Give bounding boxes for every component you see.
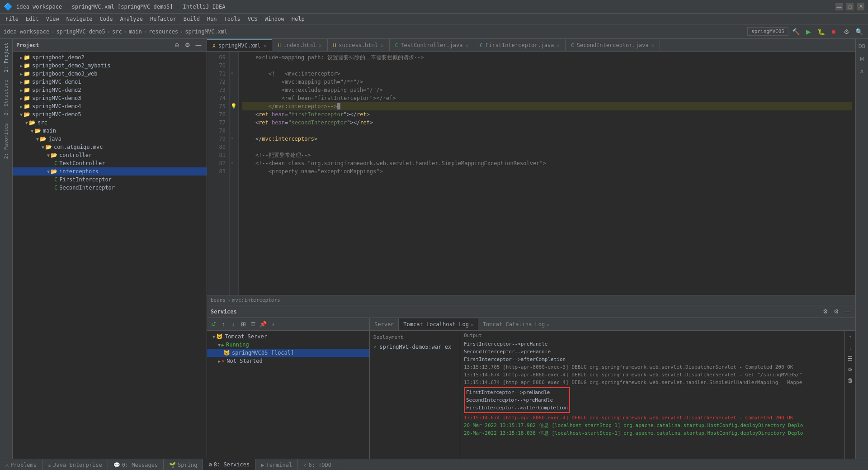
breadcrumb-item[interactable]: resources	[149, 28, 178, 35]
menu-help[interactable]: Help	[288, 15, 308, 23]
tab-close-localhost-log[interactable]: ✕	[471, 322, 473, 327]
tab-springmvc-xml[interactable]: X springMVC.xml ✕	[207, 39, 272, 51]
bottom-tab-services[interactable]: ⚙ 8: Services	[203, 459, 255, 470]
services-tomcat-server[interactable]: ▼ 🐱 Tomcat Server	[207, 332, 369, 341]
services-down-button[interactable]: ↓	[229, 320, 238, 329]
services-group-button[interactable]: ⊞	[239, 320, 248, 329]
output-clear-button[interactable]: 🗑	[846, 376, 855, 385]
maximize-button[interactable]: □	[846, 3, 854, 10]
tree-item-springboot2[interactable]: ▶ 📁 springboot_demo2	[13, 53, 207, 62]
tree-item-package[interactable]: ▼ 📂 com.atguigu.mvc	[13, 143, 207, 151]
panel-gear-button[interactable]: ⚙	[183, 41, 192, 50]
run-button[interactable]: ▶	[803, 26, 814, 37]
tree-item-springmvc4[interactable]: ▶ 📁 springMVC-demo4	[13, 102, 207, 110]
tab-index-html[interactable]: H index.html ✕	[272, 39, 328, 51]
right-maven-button[interactable]: M	[857, 53, 868, 64]
tab-firstinterceptor-java[interactable]: C FirstInterceptor.java ✕	[474, 39, 566, 51]
tree-item-java[interactable]: ▼ 📂 java	[13, 135, 207, 143]
sidebar-tab-project[interactable]: 1: Project	[1, 39, 11, 76]
tree-item-springmvc2[interactable]: ▶ 📁 springMVC-demo2	[13, 86, 207, 94]
menu-vcs[interactable]: VCS	[244, 15, 261, 23]
tab-close-catalina-log[interactable]: ✕	[547, 322, 549, 327]
bottom-tab-problems[interactable]: △ Problems	[0, 459, 42, 470]
panel-locate-button[interactable]: ⊕	[172, 41, 181, 50]
services-add-button[interactable]: +	[269, 320, 278, 329]
tab-server[interactable]: Server	[370, 318, 399, 330]
bottom-tab-messages[interactable]: 💬 0: Messages	[108, 459, 164, 470]
output-scroll-up-button[interactable]: ↑	[846, 332, 855, 342]
tab-tomcat-catalina-log[interactable]: Tomcat Catalina Log ✕	[478, 318, 554, 330]
tab-secondinterceptor-java[interactable]: C SecondInterceptor.java ✕	[566, 39, 660, 51]
menu-tools[interactable]: Tools	[221, 15, 244, 23]
close-button[interactable]: ✕	[857, 3, 864, 10]
sidebar-tab-favorites[interactable]: 2: Favorites	[1, 119, 11, 162]
menu-file[interactable]: File	[2, 15, 22, 23]
tree-item-src[interactable]: ▼ 📂 src	[13, 119, 207, 127]
tree-item-springmvc1[interactable]: ▶ 📁 springMVC-demo1	[13, 78, 207, 86]
sidebar-tab-structure[interactable]: 2: Structure	[1, 76, 11, 119]
tree-item-firstinterceptor[interactable]: C FirstInterceptor	[13, 176, 207, 184]
breadcrumb-item[interactable]: idea-workspace	[4, 28, 49, 35]
tree-item-springboot3-web[interactable]: ▶ 📁 springboot_demo3_web	[13, 70, 207, 78]
services-hide-button[interactable]: —	[843, 307, 852, 316]
services-running[interactable]: ▼ ▶ Running	[207, 341, 369, 349]
panel-hide-button[interactable]: —	[194, 41, 203, 50]
tree-item-controller-folder[interactable]: ▼ 📂 controller	[13, 151, 207, 159]
output-wrap-button[interactable]: ☰	[846, 354, 855, 363]
right-ant-button[interactable]: A	[857, 66, 868, 77]
tree-item-main[interactable]: ▼ 📂 main	[13, 127, 207, 135]
tab-close-springmvc[interactable]: ✕	[264, 43, 267, 49]
search-button[interactable]: 🔍	[854, 26, 864, 37]
menu-view[interactable]: View	[42, 15, 63, 23]
services-settings-button[interactable]: ⚙	[821, 307, 830, 316]
services-filter-button[interactable]: ☰	[249, 320, 258, 329]
tab-close-success[interactable]: ✕	[381, 43, 384, 48]
code-editor[interactable]: 69 70 71 72 73 74 75 76 77 78 79 80 81 8…	[207, 52, 855, 295]
menu-window[interactable]: Window	[261, 15, 288, 23]
code-content[interactable]: exclude-mapping path: 设置需要排除的，不需要拦截的请求--…	[239, 52, 855, 295]
output-filter-button[interactable]: ⚙	[846, 365, 855, 374]
tab-close-secondinterceptor[interactable]: ✕	[651, 43, 655, 48]
services-gear-button[interactable]: ⚙	[832, 307, 841, 316]
tree-item-springmvc5[interactable]: ▼ 📂 springMVC-demo5	[13, 110, 207, 119]
bottom-tab-terminal[interactable]: ▶ Terminal	[255, 459, 298, 470]
menu-run[interactable]: Run	[203, 15, 221, 23]
bottom-tab-spring[interactable]: 🌱 Spring	[164, 459, 203, 470]
breadcrumb-item-current[interactable]: springMVC.xml	[185, 28, 227, 35]
breadcrumb-mvc-interceptors[interactable]: mvc:interceptors	[232, 297, 280, 303]
menu-build[interactable]: Build	[180, 15, 203, 23]
build-button[interactable]: 🔨	[790, 26, 801, 37]
tree-item-interceptors[interactable]: ▼ 📂 interceptors	[13, 167, 207, 176]
bottom-tab-java-enterprise[interactable]: ☕ Java Enterprise	[42, 459, 108, 470]
tab-close-testcontroller[interactable]: ✕	[466, 43, 469, 48]
services-up-button[interactable]: ↑	[219, 320, 228, 329]
menu-refactor[interactable]: Refactor	[146, 15, 180, 23]
debug-button[interactable]: 🐛	[816, 26, 826, 37]
run-config-selector[interactable]: springMVC05	[747, 27, 788, 36]
tab-close-index[interactable]: ✕	[319, 43, 322, 48]
menu-navigate[interactable]: Navigate	[63, 15, 96, 23]
services-pin-button[interactable]: 📌	[259, 320, 268, 329]
menu-code[interactable]: Code	[96, 15, 117, 23]
menu-analyze[interactable]: Analyze	[116, 15, 146, 23]
menu-edit[interactable]: Edit	[22, 15, 42, 23]
tab-tomcat-localhost-log[interactable]: Tomcat Localhost Log ✕	[399, 318, 478, 330]
breadcrumb-item[interactable]: main	[129, 28, 142, 35]
tab-testcontroller-java[interactable]: C TestController.java ✕	[390, 39, 475, 51]
output-scroll-down-button[interactable]: ↓	[846, 343, 855, 352]
tab-close-firstinterceptor[interactable]: ✕	[557, 43, 560, 48]
tree-item-springmvc3[interactable]: ▶ 📁 springMVC-demo3	[13, 94, 207, 102]
breadcrumb-beans[interactable]: beans	[211, 297, 226, 303]
settings-button[interactable]: ⚙	[841, 26, 852, 37]
breadcrumb-item[interactable]: springMVC-demo5	[56, 28, 105, 35]
stop-button[interactable]: ■	[828, 26, 839, 37]
tree-item-secondinterceptor[interactable]: C SecondInterceptor	[13, 184, 207, 192]
output-content[interactable]: FirstInterceptor-->preHandle SecondInter…	[460, 340, 844, 459]
tab-success-html[interactable]: H success.html ✕	[328, 39, 390, 51]
services-restart-button[interactable]: ↺	[209, 320, 218, 329]
bottom-tab-todo[interactable]: ✓ 6: TODO	[298, 459, 337, 470]
minimize-button[interactable]: —	[835, 3, 843, 10]
tree-item-springboot2-mybatis[interactable]: ▶ 📁 springboot_demo2_mybatis	[13, 62, 207, 70]
tree-item-testcontroller[interactable]: C TestController	[13, 159, 207, 167]
services-not-started[interactable]: ▶ ✕ Not Started	[207, 357, 369, 365]
